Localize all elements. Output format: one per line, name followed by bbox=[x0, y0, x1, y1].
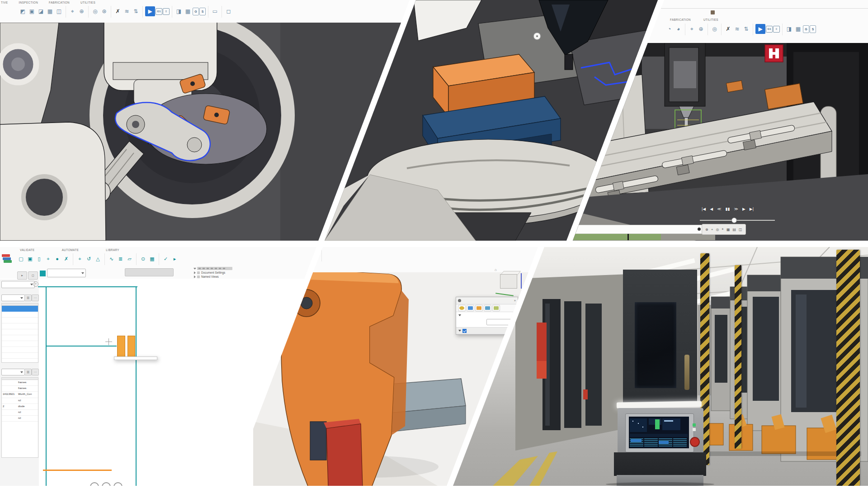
browser-selected-row[interactable] bbox=[193, 266, 261, 271]
viewcube-face[interactable] bbox=[500, 274, 517, 289]
toolbar-icon[interactable]: ▶ bbox=[145, 6, 155, 16]
workspace-tab[interactable]: INSPECTION bbox=[19, 1, 38, 4]
workspace-tab[interactable]: FABRICATION bbox=[670, 18, 691, 21]
toolbar-icon[interactable]: ◎ bbox=[91, 6, 99, 16]
table-row[interactable] bbox=[2, 329, 38, 335]
progress-tick[interactable] bbox=[627, 234, 629, 240]
toolbar-icon[interactable]: ≣ bbox=[116, 254, 125, 264]
toolbar-icon[interactable]: ◔ bbox=[665, 24, 674, 34]
toolbar-icon[interactable]: ↺ bbox=[85, 254, 93, 264]
workspace-tab[interactable]: AUTOMATE bbox=[62, 248, 79, 252]
nav-tool-icon[interactable]: ◫ bbox=[739, 228, 742, 232]
toolbar-icon[interactable]: ◕ bbox=[674, 24, 683, 34]
net-wire[interactable] bbox=[46, 286, 47, 486]
nav-tool-icon[interactable]: ⊕ bbox=[705, 228, 708, 232]
net-wire[interactable] bbox=[38, 286, 137, 287]
toolbar-icon[interactable]: ◩ bbox=[19, 6, 27, 16]
home-icon[interactable]: ⌂ bbox=[495, 268, 497, 272]
table-row[interactable] bbox=[2, 318, 38, 323]
list1-dropdown[interactable] bbox=[1, 294, 25, 301]
toolbar-icon[interactable]: G1 bbox=[156, 8, 162, 15]
browser-item[interactable]: Named Views bbox=[193, 275, 261, 279]
toolbar-icon[interactable]: ▯ bbox=[35, 254, 43, 264]
table-row[interactable] bbox=[2, 312, 38, 318]
capacitor-plate[interactable] bbox=[117, 336, 125, 357]
toolbar-icon[interactable]: ≡ bbox=[773, 26, 780, 33]
list1-options-icon[interactable]: ⋯ bbox=[32, 294, 39, 301]
playback-button[interactable]: |◀ bbox=[702, 207, 706, 211]
toolbar-icon[interactable]: ▦ bbox=[46, 6, 54, 16]
workspace-tab[interactable]: UTILITIES bbox=[703, 18, 718, 21]
nav-tool-icon[interactable]: + bbox=[711, 228, 713, 232]
door-handle[interactable] bbox=[684, 355, 689, 390]
table-row[interactable] bbox=[2, 323, 38, 329]
workspace-tab[interactable]: UTILITIES bbox=[80, 1, 95, 4]
workspace-tab[interactable]: VALIDATE bbox=[20, 248, 35, 252]
emergency-stop-button[interactable] bbox=[690, 437, 700, 447]
toolbar-icon[interactable]: ◫ bbox=[55, 6, 63, 16]
toolbar-icon[interactable]: ◪ bbox=[37, 6, 45, 16]
dialog-header[interactable]: » bbox=[456, 297, 518, 304]
toolbar-icon[interactable]: ▭ bbox=[211, 6, 219, 16]
table-row[interactable] bbox=[2, 353, 38, 359]
net-wire[interactable] bbox=[46, 346, 117, 347]
toolbar-icon[interactable]: ≋ bbox=[123, 6, 131, 16]
nav-tool-icon[interactable]: ⌖ bbox=[722, 227, 724, 232]
dialog-tab-tool[interactable] bbox=[458, 305, 466, 311]
workspace-tab[interactable]: FABRICATION bbox=[49, 1, 70, 4]
toolbar-icon[interactable]: ⇅ bbox=[132, 6, 140, 16]
list2-options-icon[interactable]: ⋯ bbox=[32, 369, 39, 375]
list2-dropdown[interactable] bbox=[1, 369, 25, 375]
toolbar-icon[interactable]: ✗ bbox=[62, 254, 71, 264]
dialog-tab-linking[interactable] bbox=[492, 305, 500, 311]
toolbar-icon[interactable]: ▱ bbox=[125, 254, 134, 264]
toolbar-icon[interactable]: ▦ bbox=[794, 24, 802, 34]
list2-filter-icon[interactable]: ☰ bbox=[24, 369, 32, 375]
toolbar-icon[interactable]: ◎ bbox=[710, 24, 719, 34]
browser-item[interactable]: Document Settings bbox=[193, 271, 261, 275]
component-row[interactable]: rcl bbox=[2, 398, 38, 404]
rest-machining-section[interactable] bbox=[456, 327, 518, 334]
toolbar-icon[interactable]: ✗ bbox=[724, 24, 732, 34]
table-row[interactable] bbox=[2, 335, 38, 341]
capacitor-plate[interactable] bbox=[127, 336, 135, 357]
toolbar-icon[interactable]: G1 bbox=[766, 26, 773, 33]
toolbar-icon[interactable]: G bbox=[803, 25, 809, 33]
selection-tool-button[interactable]: ▸ bbox=[17, 271, 27, 280]
geometry-section-header[interactable] bbox=[456, 312, 518, 318]
toolbar-icon[interactable]: ≋ bbox=[733, 24, 741, 34]
toolbar-icon[interactable]: ⇅ bbox=[742, 24, 750, 34]
command-input[interactable] bbox=[125, 268, 174, 276]
toolbar-icon[interactable]: ⊛ bbox=[100, 6, 108, 16]
table-row[interactable] bbox=[2, 341, 38, 347]
toolbar-icon[interactable]: ✗ bbox=[113, 6, 122, 16]
toolbar-icon[interactable]: ⊕ bbox=[697, 24, 705, 34]
toolbar-icon[interactable]: ● bbox=[53, 254, 61, 264]
toolbar-icon[interactable]: ≡ bbox=[163, 8, 170, 15]
layer-selector-dropdown[interactable] bbox=[47, 269, 86, 277]
selected-type-row[interactable] bbox=[2, 306, 38, 312]
toolbar-icon[interactable]: G bbox=[193, 8, 199, 15]
toolbar-icon[interactable]: ⊙ bbox=[139, 254, 147, 264]
toolbar-icon[interactable]: ∿ bbox=[107, 254, 116, 264]
toolbar-icon[interactable]: ▶ bbox=[755, 24, 765, 34]
active-layer-swatch[interactable] bbox=[40, 271, 46, 276]
nav-tool-icon[interactable]: ▦ bbox=[726, 228, 730, 232]
touchscreen[interactable] bbox=[629, 417, 689, 448]
orange-wire[interactable] bbox=[43, 470, 112, 471]
playback-button[interactable]: ▶ bbox=[742, 207, 745, 211]
toolbar-icon[interactable]: ▦ bbox=[184, 6, 192, 16]
component-row[interactable]: rcl bbox=[2, 410, 38, 416]
status-pill-dot[interactable] bbox=[698, 228, 701, 231]
playback-button[interactable]: ≪ bbox=[717, 207, 721, 211]
component-row[interactable]: frames bbox=[2, 386, 38, 392]
toolbar-icon[interactable]: ◨ bbox=[175, 6, 183, 16]
playback-button[interactable]: ≫ bbox=[734, 207, 738, 211]
toolbar-icon[interactable]: ▢ bbox=[17, 254, 25, 264]
table-row[interactable] bbox=[2, 347, 38, 353]
list1-filter-icon[interactable]: ☰ bbox=[24, 294, 32, 301]
group-select-button[interactable]: ◻ bbox=[28, 271, 38, 280]
toolbar-icon[interactable]: ⌖ bbox=[688, 24, 696, 34]
toolbar-icon[interactable]: ✓ bbox=[161, 254, 170, 264]
toolbar-icon[interactable]: ⊕ bbox=[77, 6, 86, 16]
